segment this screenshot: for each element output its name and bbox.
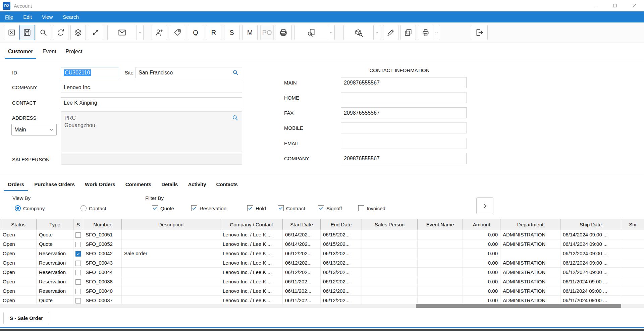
column-header[interactable]: Company / Contact xyxy=(220,219,283,230)
purchase-order-button[interactable]: PO xyxy=(260,25,274,40)
column-header[interactable]: Number xyxy=(83,219,122,230)
fax-input[interactable]: 209876555567 xyxy=(341,107,467,118)
table-row[interactable]: OpenReservationSFO_00043Lenovo Inc. / Le… xyxy=(0,258,644,268)
view-by-contact-radio[interactable]: Contact xyxy=(80,205,106,211)
column-header[interactable]: Status xyxy=(0,219,37,230)
next-page-button[interactable] xyxy=(476,197,493,214)
sale-order-checkbox[interactable] xyxy=(75,232,81,238)
sale-order-checkbox[interactable] xyxy=(75,251,81,257)
column-header[interactable]: Start Date xyxy=(283,219,321,230)
column-header[interactable]: Description xyxy=(122,219,220,230)
document-search-dropdown[interactable] xyxy=(328,25,335,40)
site-input[interactable]: San Francisco xyxy=(136,67,242,78)
address-type-select[interactable]: Main xyxy=(11,124,57,135)
salesperson-input[interactable] xyxy=(61,154,242,165)
item-search-dropdown[interactable] xyxy=(374,25,380,40)
column-header[interactable]: Ship Date xyxy=(560,219,621,230)
cell-amount: 0.00 xyxy=(463,277,500,286)
view-by-company-radio[interactable]: Company xyxy=(15,205,45,211)
mail-button[interactable] xyxy=(107,25,137,40)
subtab-orders[interactable]: Orders xyxy=(3,181,29,191)
filter-checkbox-quote[interactable]: Quote xyxy=(152,205,174,211)
cell-description xyxy=(122,277,220,286)
menu-search[interactable]: Search xyxy=(58,11,84,22)
copy-button[interactable] xyxy=(400,25,416,40)
column-header[interactable]: Shi xyxy=(621,219,644,230)
main-phone-input[interactable]: 209876555567 xyxy=(341,77,467,88)
horizontal-scrollbar[interactable] xyxy=(0,304,644,308)
sale-order-checkbox[interactable] xyxy=(75,270,81,275)
column-header[interactable]: End Date xyxy=(321,219,362,230)
sale-order-checkbox[interactable] xyxy=(75,298,81,304)
column-header[interactable]: Amount xyxy=(463,219,500,230)
fax-button[interactable] xyxy=(275,25,292,40)
document-search-button[interactable] xyxy=(294,25,328,40)
tab-event[interactable]: Event xyxy=(38,49,61,59)
menu-file[interactable]: File xyxy=(0,11,18,22)
column-header[interactable]: Type xyxy=(37,219,73,230)
subtab-details[interactable]: Details xyxy=(156,181,183,191)
sale-order-checkbox[interactable] xyxy=(75,279,81,285)
menu-edit[interactable]: Edit xyxy=(18,11,37,22)
subtab-purchase-orders[interactable]: Purchase Orders xyxy=(29,181,80,191)
m-button[interactable]: M xyxy=(242,25,258,40)
column-header[interactable]: S xyxy=(73,219,83,230)
cancel-record-button[interactable] xyxy=(4,25,19,40)
menu-view[interactable]: View xyxy=(37,11,58,22)
id-input[interactable]: CU302110 xyxy=(61,67,119,78)
mail-dropdown[interactable] xyxy=(137,25,144,40)
sale-order-button[interactable]: S xyxy=(224,25,239,40)
filter-checkbox-contract[interactable]: Contract xyxy=(278,205,305,211)
address-search-icon[interactable] xyxy=(232,114,238,121)
table-row[interactable]: OpenReservationSFO_00042Sale orderLenovo… xyxy=(0,249,644,258)
expand-button[interactable] xyxy=(88,25,103,40)
quote-button[interactable]: Q xyxy=(188,25,203,40)
tag-button[interactable] xyxy=(170,25,185,40)
table-row[interactable]: OpenReservationSFO_00044Lenovo Inc. / Le… xyxy=(0,268,644,277)
scrollbar-thumb[interactable] xyxy=(416,304,621,308)
mobile-input[interactable] xyxy=(341,122,467,133)
tab-customer[interactable]: Customer xyxy=(3,49,38,59)
subtab-activity[interactable]: Activity xyxy=(183,181,211,191)
company-phone-label: COMPANY xyxy=(284,156,309,161)
home-phone-input[interactable] xyxy=(341,92,467,103)
contact-input[interactable]: Lee K Xinping xyxy=(61,97,242,108)
column-header[interactable]: Event Name xyxy=(418,219,463,230)
save-button[interactable] xyxy=(19,25,35,40)
tab-project[interactable]: Project xyxy=(61,49,87,59)
print-button[interactable] xyxy=(418,25,433,40)
filter-checkbox-hold[interactable]: Hold xyxy=(247,205,266,211)
print-dropdown[interactable] xyxy=(433,25,440,40)
add-contact-button[interactable] xyxy=(152,25,167,40)
email-input[interactable] xyxy=(341,138,467,149)
maximize-button[interactable] xyxy=(605,0,625,11)
table-row[interactable]: OpenReservationSFO_00040Lenovo Inc. / Le… xyxy=(0,286,644,296)
close-button[interactable] xyxy=(625,0,644,11)
filter-checkbox-reservation[interactable]: Reservation xyxy=(191,205,226,211)
address-input[interactable]: PRC Gouangzhou xyxy=(61,111,242,152)
sale-order-checkbox[interactable] xyxy=(75,289,81,294)
filter-checkbox-signoff[interactable]: Signoff xyxy=(318,205,342,211)
table-row[interactable]: OpenQuoteSFO_00051Lenovo Inc. / Lee K ..… xyxy=(0,230,644,239)
company-input[interactable]: Lenovo Inc. xyxy=(61,82,242,93)
minimize-button[interactable] xyxy=(586,0,605,11)
layers-button[interactable] xyxy=(70,25,86,40)
sale-order-checkbox[interactable] xyxy=(75,242,81,247)
refresh-button[interactable] xyxy=(53,25,68,40)
search-button[interactable] xyxy=(36,25,51,40)
logout-button[interactable] xyxy=(471,25,488,40)
reservation-button[interactable]: R xyxy=(206,25,221,40)
site-search-icon[interactable] xyxy=(232,69,239,76)
sale-order-checkbox[interactable] xyxy=(75,261,81,266)
edit-button[interactable] xyxy=(383,25,398,40)
table-row[interactable]: OpenReservationSFO_00038Lenovo Inc. / Le… xyxy=(0,277,644,286)
subtab-comments[interactable]: Comments xyxy=(120,181,157,191)
subtab-work-orders[interactable]: Work Orders xyxy=(80,181,120,191)
table-row[interactable]: OpenQuoteSFO_00052Lenovo Inc. / Lee K ..… xyxy=(0,239,644,249)
subtab-contacts[interactable]: Contacts xyxy=(211,181,243,191)
column-header[interactable]: Sales Person xyxy=(362,219,418,230)
column-header[interactable]: Department xyxy=(500,219,560,230)
item-search-button[interactable] xyxy=(343,25,374,40)
filter-checkbox-invoiced[interactable]: Invoiced xyxy=(358,205,385,211)
company-phone-input[interactable]: 209876555567 xyxy=(341,153,467,164)
